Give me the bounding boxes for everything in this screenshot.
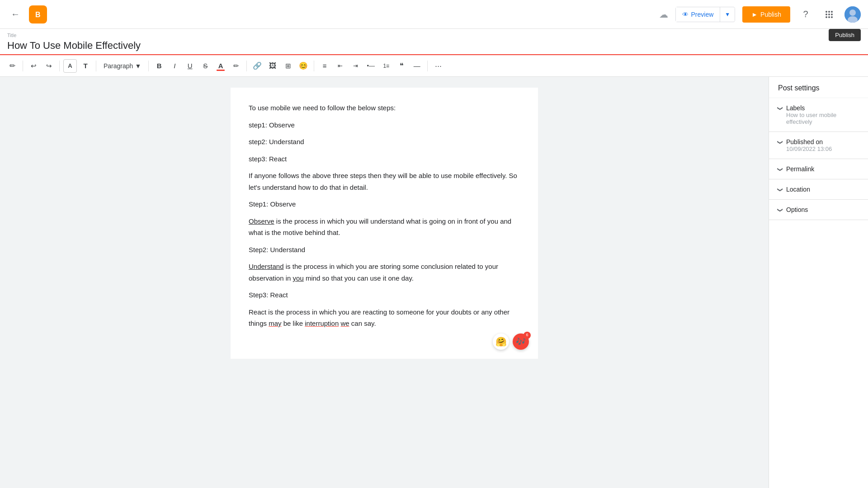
- options-chevron-icon: ❯: [777, 208, 783, 212]
- strikethrough-button[interactable]: S: [198, 59, 212, 73]
- content-para-1: To use mobile we need to follow the belo…: [249, 102, 520, 114]
- toolbar-sep-3: [96, 61, 96, 71]
- svg-point-8: [826, 16, 827, 18]
- emoji-button[interactable]: 😊: [297, 59, 310, 73]
- svg-point-12: [849, 9, 856, 16]
- labels-section-content: Labels How to user mobile effectively: [786, 104, 859, 125]
- more-button[interactable]: ⋯: [431, 59, 445, 73]
- you-link[interactable]: you: [293, 274, 304, 282]
- location-chevron-icon: ❯: [777, 188, 783, 192]
- content-para-3: step2: Understand: [249, 136, 520, 148]
- sidebar-section-location: ❯ Location: [769, 179, 868, 200]
- emoji-badge-count: 6: [524, 332, 531, 339]
- emoji-hug-button[interactable]: 🤗: [493, 333, 509, 350]
- sidebar-section-labels: ❯ Labels How to user mobile effectively: [769, 98, 868, 132]
- labels-value: How to user mobile effectively: [786, 112, 859, 125]
- published-value: 10/09/2022 13:06: [786, 145, 832, 152]
- permalink-label: Permalink: [786, 165, 814, 173]
- toolbar-sep-2: [59, 61, 60, 71]
- quote-button[interactable]: ❝: [395, 59, 408, 73]
- topbar-right: ☁ 👁 Preview ▼ ► Publish Publish ?: [659, 6, 861, 23]
- svg-point-2: [826, 11, 827, 13]
- content-heading-2: Step2: Understand: [249, 244, 520, 256]
- observe-link[interactable]: Observe: [249, 217, 274, 225]
- title-area: Title: [0, 29, 868, 55]
- labels-section-header[interactable]: ❯ Labels How to user mobile effectively: [769, 98, 868, 131]
- published-chevron-icon: ❯: [777, 140, 783, 145]
- preview-chevron-button[interactable]: ▼: [720, 8, 735, 21]
- paragraph-chevron-icon: ▼: [135, 62, 141, 70]
- publish-button[interactable]: ► Publish: [742, 6, 790, 23]
- svg-point-3: [828, 11, 830, 13]
- bold-button[interactable]: B: [152, 59, 166, 73]
- options-section-header[interactable]: ❯ Options: [769, 200, 868, 220]
- we-link[interactable]: we: [340, 319, 349, 327]
- toolbar: ✏ ↩ ↪ A T Paragraph ▼ B I U S A ✏ 🔗 🖼 ⊞ …: [0, 55, 868, 77]
- published-section-content: Published on 10/09/2022 13:06: [786, 138, 832, 152]
- content-heading-3: Step3: React: [249, 289, 520, 301]
- indent-left-button[interactable]: ⇤: [333, 59, 347, 73]
- paragraph-dropdown[interactable]: Paragraph ▼: [100, 61, 145, 71]
- permalink-chevron-icon: ❯: [777, 167, 783, 172]
- apps-icon[interactable]: [821, 6, 837, 23]
- text-size-button[interactable]: T: [79, 59, 92, 73]
- published-section-header[interactable]: ❯ Published on 10/09/2022 13:06: [769, 132, 868, 159]
- undo-button[interactable]: ↩: [27, 59, 40, 73]
- content-heading-1: Step1: Observe: [249, 198, 520, 210]
- preview-eye-icon: 👁: [682, 11, 689, 18]
- underline-button[interactable]: U: [183, 59, 197, 73]
- svg-point-5: [826, 14, 827, 15]
- title-input[interactable]: [7, 40, 861, 54]
- published-label: Published on: [786, 138, 832, 145]
- main-layout: To use mobile we need to follow the belo…: [0, 77, 868, 488]
- may-link[interactable]: may: [269, 319, 281, 327]
- avatar[interactable]: [844, 6, 861, 23]
- image-button[interactable]: 🖼: [266, 59, 279, 73]
- help-icon[interactable]: ?: [797, 6, 814, 23]
- topbar: ← B ☁ 👁 Preview ▼ ► Publish Publish ?: [0, 0, 868, 29]
- link-button[interactable]: 🔗: [250, 59, 264, 73]
- bullet-list-button[interactable]: •—: [364, 59, 377, 73]
- location-label: Location: [786, 186, 810, 193]
- publish-arrow-icon: ►: [751, 11, 758, 18]
- svg-text:B: B: [35, 11, 41, 19]
- cloud-save-icon[interactable]: ☁: [659, 9, 668, 20]
- toolbar-sep-7: [427, 61, 428, 71]
- permalink-section-header[interactable]: ❯ Permalink: [769, 159, 868, 179]
- font-color-button[interactable]: A: [214, 59, 227, 73]
- text-style-a-button[interactable]: A: [63, 59, 77, 73]
- indent-right-button[interactable]: ⇥: [349, 59, 362, 73]
- interruption-link[interactable]: interruption: [305, 319, 339, 327]
- title-label: Title: [7, 33, 861, 38]
- blogger-logo: B: [29, 5, 47, 23]
- understand-link[interactable]: Understand: [249, 263, 284, 270]
- preview-button-group: 👁 Preview ▼: [675, 7, 736, 22]
- svg-point-6: [828, 14, 830, 15]
- paragraph-label: Paragraph: [104, 62, 133, 70]
- svg-point-4: [831, 11, 833, 13]
- preview-main-button[interactable]: 👁 Preview: [676, 7, 721, 22]
- location-section-header[interactable]: ❯ Location: [769, 179, 868, 199]
- labels-label: Labels: [786, 104, 859, 112]
- redo-button[interactable]: ↪: [42, 59, 56, 73]
- content-para-6: Observe is the process in which you will…: [249, 216, 520, 239]
- toolbar-sep-1: [23, 61, 23, 71]
- svg-point-10: [831, 16, 833, 18]
- sidebar-section-options: ❯ Options: [769, 200, 868, 220]
- align-button[interactable]: ≡: [318, 59, 331, 73]
- numbered-list-button[interactable]: 1≡: [379, 59, 393, 73]
- italic-button[interactable]: I: [168, 59, 181, 73]
- back-button[interactable]: ←: [7, 6, 24, 23]
- editor-area: To use mobile we need to follow the belo…: [0, 77, 769, 488]
- content-para-5: If anyone follows the above three steps …: [249, 170, 520, 193]
- pen-tool-button[interactable]: ✏: [5, 59, 19, 73]
- sidebar-section-published: ❯ Published on 10/09/2022 13:06: [769, 132, 868, 159]
- divider-button[interactable]: —: [410, 59, 424, 73]
- editor-paper[interactable]: To use mobile we need to follow the belo…: [231, 88, 538, 359]
- topbar-left: ← B: [7, 5, 47, 23]
- layout-button[interactable]: ⊞: [281, 59, 295, 73]
- emoji-music-button[interactable]: 🎶 6: [513, 333, 529, 350]
- highlight-button[interactable]: ✏: [229, 59, 243, 73]
- publish-label: Publish: [760, 11, 781, 18]
- content-para-4: step3: React: [249, 153, 520, 165]
